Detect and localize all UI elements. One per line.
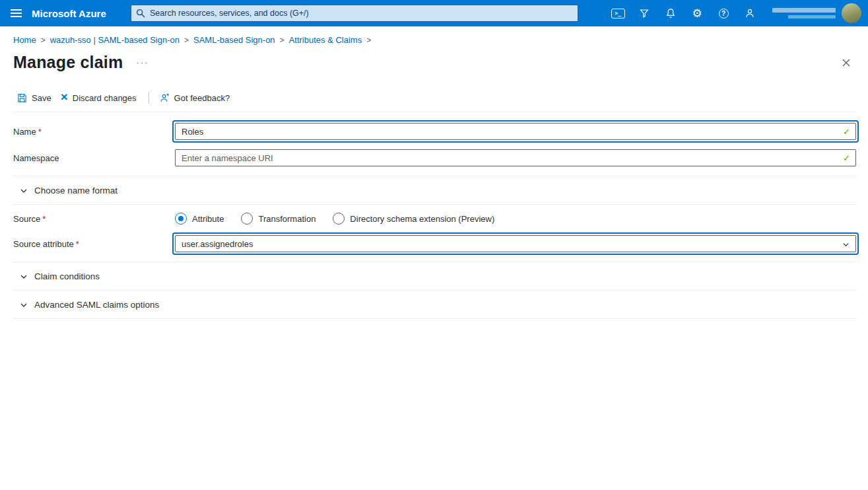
save-button[interactable]: Save [13,91,57,105]
source-label: Source* [13,214,175,224]
avatar [842,3,861,23]
required-asterisk: * [38,127,42,137]
directory-filter-button[interactable] [631,0,657,26]
radio-label: Transformation [258,214,316,224]
chevron-down-icon [20,273,28,281]
section-choose-name-format[interactable]: Choose name format [13,176,856,205]
cloud-shell-button[interactable] [605,0,631,26]
cloud-shell-icon [611,9,625,18]
manage-claim-form: Name* Namespace Choose name format [0,123,868,319]
filter-icon [639,8,650,18]
close-button[interactable] [839,55,853,70]
gear-icon [692,7,702,20]
save-icon [17,93,27,103]
source-row: Source* Attribute Transformation Directo… [13,213,856,225]
namespace-input[interactable] [175,149,856,166]
radio-directory-schema-extension[interactable]: Directory schema extension (Preview) [333,213,494,225]
breadcrumb-separator: > [41,36,46,45]
source-attribute-highlight: user.assignedroles [172,232,859,255]
toolbar-divider [149,92,149,104]
breadcrumb-link-app[interactable]: wazuh-sso | SAML-based Sign-on [50,35,180,45]
discard-x-icon [61,92,68,103]
chevron-down-icon [20,187,28,195]
global-search-input[interactable] [131,5,578,22]
name-input[interactable] [175,123,856,140]
brand-title: Microsoft Azure [32,8,131,19]
valid-check-icon [843,127,850,137]
name-input-highlight [172,120,859,143]
name-label: Name* [13,127,175,137]
chevron-down-icon [842,241,850,248]
account-info-redacted [772,8,836,18]
breadcrumb-link-attributes-claims[interactable]: Attributes & Claims [289,35,362,45]
source-attribute-row: Source attribute* user.assignedroles [13,235,856,252]
radio-icon [241,213,253,225]
got-feedback-button[interactable]: Got feedback? [156,91,236,105]
close-icon [842,58,851,67]
toolbar-bottom-divider [13,112,856,112]
required-asterisk: * [76,239,79,249]
search-icon [136,9,145,18]
global-search [131,5,578,22]
required-asterisk: * [42,214,46,224]
namespace-row: Namespace [13,149,856,166]
breadcrumb-separator: > [184,36,189,45]
breadcrumb-link-saml-signon[interactable]: SAML-based Sign-on [193,35,275,45]
hamburger-icon [11,9,22,11]
account-menu[interactable] [763,3,868,23]
hamburger-button[interactable] [0,0,32,26]
bell-icon [665,8,676,18]
name-row: Name* [13,123,856,140]
discard-changes-button[interactable]: Discard changes [57,90,142,105]
notifications-button[interactable] [657,0,684,26]
more-options-button[interactable]: ··· [136,57,149,67]
feedback-person-icon [160,93,170,103]
namespace-label: Namespace [13,153,175,163]
radio-selected-icon [175,213,187,225]
source-attribute-label: Source attribute* [13,239,175,249]
radio-attribute[interactable]: Attribute [175,213,224,225]
radio-label: Directory schema extension (Preview) [350,214,494,224]
dropdown-value: user.assignedroles [182,239,253,249]
section-claim-conditions[interactable]: Claim conditions [13,262,856,291]
settings-button[interactable] [684,0,710,26]
radio-transformation[interactable]: Transformation [241,213,316,225]
page-header: Manage claim ··· [0,45,868,72]
chevron-down-icon [20,301,28,309]
help-icon [719,9,729,18]
help-button[interactable] [710,0,737,26]
radio-label: Attribute [192,214,224,224]
app-header: Microsoft Azure [0,0,868,26]
source-radio-group: Attribute Transformation Directory schem… [175,213,856,225]
breadcrumb: Home > wazuh-sso | SAML-based Sign-on > … [0,26,868,45]
section-label: Choose name format [34,186,117,195]
feedback-button[interactable] [737,0,763,26]
radio-icon [333,213,345,225]
valid-check-icon [843,153,850,163]
discard-label: Discard changes [73,93,137,103]
breadcrumb-separator: > [280,36,284,45]
section-advanced-saml-options[interactable]: Advanced SAML claims options [13,291,856,319]
source-attribute-dropdown[interactable]: user.assignedroles [175,235,856,252]
page-title: Manage claim [13,53,123,72]
section-label: Advanced SAML claims options [34,300,159,310]
person-feedback-icon [745,8,755,18]
command-bar: Save Discard changes Got feedback? [0,89,868,106]
section-label: Claim conditions [34,271,100,281]
breadcrumb-separator: > [366,36,371,45]
feedback-label: Got feedback? [174,93,230,103]
breadcrumb-link-home[interactable]: Home [13,35,36,45]
save-label: Save [32,93,51,103]
